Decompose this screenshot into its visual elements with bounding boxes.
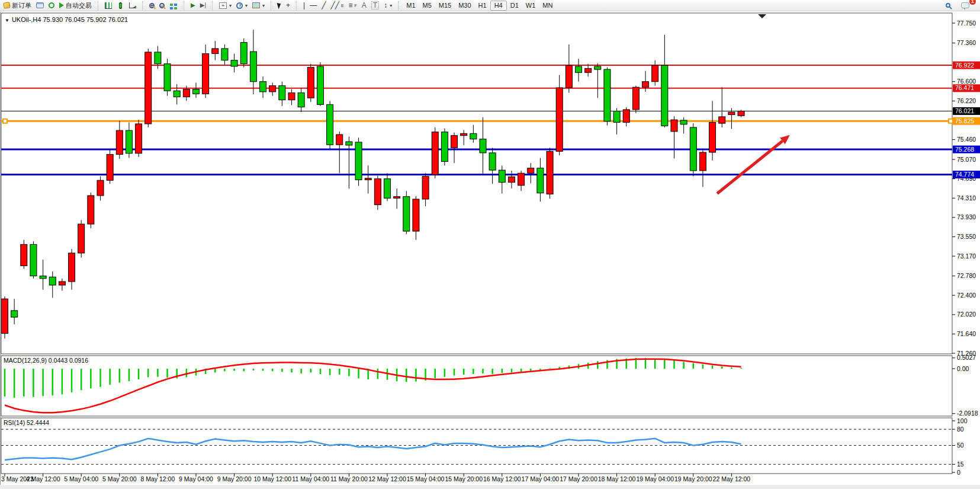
timeframe-m5[interactable]: M5 xyxy=(419,1,435,11)
profiles-button[interactable] xyxy=(34,1,46,11)
notifications-button[interactable]: 1 xyxy=(959,1,972,11)
candle xyxy=(231,60,237,66)
chart-window[interactable]: ▼UKOil-,H4 75.930 76.045 75.902 76.021 M… xyxy=(0,11,980,489)
channel-button[interactable]: ╱╱E xyxy=(328,1,346,11)
collapse-triangle-icon[interactable]: ▼ xyxy=(5,18,9,23)
candle xyxy=(413,199,419,231)
search-button[interactable] xyxy=(943,1,953,11)
timeframe-group: M1M5M15M30H1H4D1W1MN xyxy=(403,1,556,11)
time-axis[interactable]: 3 May 20234 May 12:005 May 04:005 May 20… xyxy=(1,474,750,482)
chevron-down-icon: ▾ xyxy=(229,3,232,8)
svg-text:75.070: 75.070 xyxy=(957,156,976,163)
trendline-button[interactable]: ╱ xyxy=(319,1,328,11)
candlestick-chart-button[interactable] xyxy=(114,1,127,11)
signal-button[interactable] xyxy=(46,1,57,11)
horizontal-line-button[interactable]: — xyxy=(307,1,319,11)
svg-text:22 May 12:00: 22 May 12:00 xyxy=(713,475,751,482)
svg-text:74.310: 74.310 xyxy=(957,194,976,202)
tile-windows-button[interactable] xyxy=(167,1,180,11)
price-pane[interactable] xyxy=(1,13,952,354)
candle xyxy=(576,66,582,72)
auto-scroll-icon: ▶ xyxy=(191,2,195,9)
candle xyxy=(327,104,333,145)
toolbar-separator xyxy=(184,1,187,10)
candle xyxy=(613,111,620,122)
zoom-out-icon: − xyxy=(159,3,165,8)
timeframe-h4[interactable]: H4 xyxy=(490,1,507,11)
timeframe-m30[interactable]: M30 xyxy=(455,1,474,11)
candle xyxy=(384,179,391,199)
crosshair-button[interactable]: + xyxy=(284,1,293,11)
svg-text:16 May 12:00: 16 May 12:00 xyxy=(483,475,521,482)
macd-label: MACD(12,26,9) 0.0443 0.0916 xyxy=(4,357,88,364)
candle xyxy=(193,90,200,94)
zoom-out-button[interactable]: − xyxy=(157,1,167,11)
candle xyxy=(441,132,448,162)
timeframe-m1[interactable]: M1 xyxy=(403,1,419,11)
zoom-in-button[interactable]: + xyxy=(147,1,157,11)
candle xyxy=(403,197,410,231)
candle xyxy=(279,86,285,100)
timeframe-m15[interactable]: M15 xyxy=(435,1,455,11)
auto-scroll-button[interactable]: ▶ xyxy=(188,1,198,11)
toolbar-separator xyxy=(296,1,299,10)
svg-text:4 May 12:00: 4 May 12:00 xyxy=(26,475,60,482)
timeframe-d1[interactable]: D1 xyxy=(507,1,522,11)
text-label-button[interactable]: T xyxy=(369,1,381,11)
candle xyxy=(508,177,515,182)
chevron-down-icon: ▾ xyxy=(262,3,265,8)
svg-text:15: 15 xyxy=(957,461,964,468)
symbol-ohlc-text: UKOil-,H4 75.930 76.045 75.902 76.021 xyxy=(12,16,128,23)
candle xyxy=(499,170,505,183)
candle xyxy=(680,120,687,124)
periods-button[interactable]: ▾ xyxy=(234,1,250,11)
chart-shift-button[interactable]: ▶| xyxy=(198,1,208,11)
candlestick-chart-icon xyxy=(119,3,122,8)
templates-button[interactable]: ▾ xyxy=(250,1,267,11)
fibonacci-button[interactable]: ≡F xyxy=(346,1,359,11)
candle xyxy=(164,64,171,91)
toolbar-separator xyxy=(98,1,101,10)
candle xyxy=(547,151,553,194)
svg-text:-2.0918: -2.0918 xyxy=(957,410,978,417)
svg-text:17 May 20:00: 17 May 20:00 xyxy=(560,475,597,482)
svg-text:17 May 04:00: 17 May 04:00 xyxy=(522,475,560,482)
svg-text:73.930: 73.930 xyxy=(957,213,976,220)
candle xyxy=(355,142,362,180)
candle xyxy=(528,168,534,174)
candle xyxy=(699,152,706,171)
tile-windows-icon xyxy=(170,4,173,6)
timeframe-w1[interactable]: W1 xyxy=(522,1,539,11)
candle xyxy=(126,130,132,154)
candle xyxy=(728,112,735,114)
line-chart-button[interactable] xyxy=(127,1,139,11)
bar-chart-button[interactable] xyxy=(102,1,114,11)
svg-text:76.922: 76.922 xyxy=(955,62,974,69)
svg-text:73.550: 73.550 xyxy=(957,233,976,240)
macd-pane[interactable] xyxy=(1,356,952,416)
svg-text:9 May 20:00: 9 May 20:00 xyxy=(217,475,252,482)
chart-canvas[interactable]: 77.75077.36076.60076.22075.46075.07074.6… xyxy=(0,11,980,489)
vertical-line-button[interactable]: | xyxy=(301,1,307,11)
new-order-button[interactable]: 新订单 xyxy=(1,1,34,11)
crosshair-icon: + xyxy=(286,2,290,9)
cursor-button[interactable] xyxy=(275,1,284,11)
candle xyxy=(585,68,592,72)
svg-text:76.220: 76.220 xyxy=(957,97,976,104)
svg-text:71.640: 71.640 xyxy=(957,330,976,337)
timeframe-mn[interactable]: MN xyxy=(539,1,556,11)
candle xyxy=(719,117,725,123)
horizontal-line-icon: — xyxy=(310,2,317,9)
svg-text:74.774: 74.774 xyxy=(955,171,974,178)
svg-text:0.5027: 0.5027 xyxy=(957,354,976,361)
symbol-title[interactable]: ▼UKOil-,H4 75.930 76.045 75.902 76.021 xyxy=(5,16,128,23)
timeframe-h1[interactable]: H1 xyxy=(475,1,490,11)
candle xyxy=(88,196,94,224)
svg-text:8 May 12:00: 8 May 12:00 xyxy=(141,475,175,482)
arrows-button[interactable]: ↕▾ xyxy=(381,1,394,11)
svg-text:5 May 20:00: 5 May 20:00 xyxy=(102,475,137,482)
new-chart-button[interactable]: +▾ xyxy=(217,1,234,11)
signal-icon xyxy=(49,2,54,8)
auto-trading-button[interactable]: 自动交易 xyxy=(57,1,94,11)
text-button[interactable]: A xyxy=(359,1,369,11)
